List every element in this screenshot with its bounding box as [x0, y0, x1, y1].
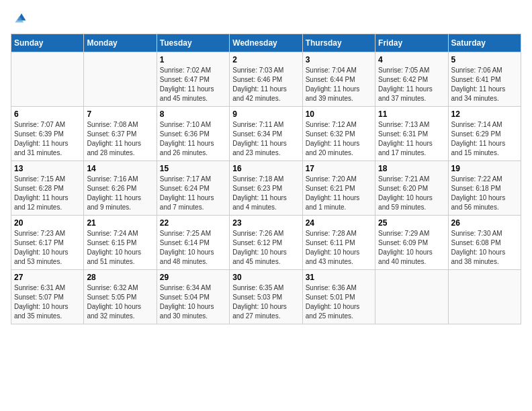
- day-number: 9: [232, 109, 299, 119]
- day-info: Sunrise: 7:18 AMSunset: 6:23 PMDaylight:…: [232, 175, 299, 212]
- day-info: Sunrise: 7:05 AMSunset: 6:42 PMDaylight:…: [378, 66, 445, 103]
- day-info: Sunrise: 7:17 AMSunset: 6:24 PMDaylight:…: [160, 175, 226, 212]
- day-number: 28: [87, 273, 153, 282]
- day-info: Sunrise: 7:24 AMSunset: 6:15 PMDaylight:…: [87, 229, 153, 267]
- day-info: Sunrise: 7:07 AMSunset: 6:39 PMDaylight:…: [14, 120, 81, 158]
- day-info: Sunrise: 7:03 AMSunset: 6:46 PMDaylight:…: [232, 66, 299, 103]
- day-info: Sunrise: 7:30 AMSunset: 6:08 PMDaylight:…: [451, 229, 518, 267]
- day-info: Sunrise: 7:26 AMSunset: 6:12 PMDaylight:…: [232, 229, 299, 267]
- day-info: Sunrise: 7:29 AMSunset: 6:09 PMDaylight:…: [378, 229, 445, 267]
- calendar-cell: 27Sunrise: 6:31 AMSunset: 5:07 PMDayligh…: [11, 270, 84, 324]
- weekday-header-tuesday: Tuesday: [157, 34, 229, 52]
- day-number: 2: [232, 55, 299, 64]
- calendar-cell: [84, 52, 157, 107]
- weekday-header-thursday: Thursday: [302, 34, 375, 52]
- calendar-cell: 16Sunrise: 7:18 AMSunset: 6:23 PMDayligh…: [230, 161, 302, 216]
- logo: [11, 11, 30, 27]
- weekday-header-saturday: Saturday: [448, 34, 521, 52]
- calendar-cell: 19Sunrise: 7:22 AMSunset: 6:18 PMDayligh…: [448, 161, 521, 216]
- weekday-header-sunday: Sunday: [11, 34, 84, 52]
- calendar-cell: 7Sunrise: 7:08 AMSunset: 6:37 PMDaylight…: [84, 107, 157, 161]
- day-info: Sunrise: 7:15 AMSunset: 6:28 PMDaylight:…: [14, 175, 81, 212]
- day-info: Sunrise: 7:20 AMSunset: 6:21 PMDaylight:…: [306, 175, 372, 212]
- calendar-cell: 1Sunrise: 7:02 AMSunset: 6:47 PMDaylight…: [157, 52, 229, 107]
- day-number: 25: [378, 218, 445, 228]
- calendar-cell: 2Sunrise: 7:03 AMSunset: 6:46 PMDaylight…: [230, 52, 302, 107]
- day-number: 1: [160, 55, 226, 64]
- day-number: 22: [160, 218, 226, 228]
- day-number: 29: [160, 273, 226, 282]
- day-number: 16: [232, 164, 299, 173]
- calendar-cell: 11Sunrise: 7:13 AMSunset: 6:31 PMDayligh…: [375, 107, 448, 161]
- day-info: Sunrise: 7:10 AMSunset: 6:36 PMDaylight:…: [160, 120, 226, 158]
- day-number: 30: [232, 273, 299, 282]
- calendar-cell: 31Sunrise: 6:36 AMSunset: 5:01 PMDayligh…: [302, 270, 375, 324]
- calendar-cell: 6Sunrise: 7:07 AMSunset: 6:39 PMDaylight…: [11, 107, 84, 161]
- weekday-header-friday: Friday: [375, 34, 448, 52]
- day-number: 17: [306, 164, 372, 173]
- calendar-cell: 9Sunrise: 7:11 AMSunset: 6:34 PMDaylight…: [230, 107, 302, 161]
- calendar-cell: 18Sunrise: 7:21 AMSunset: 6:20 PMDayligh…: [375, 161, 448, 216]
- weekday-header-monday: Monday: [84, 34, 157, 52]
- day-number: 21: [87, 218, 153, 228]
- calendar-table: SundayMondayTuesdayWednesdayThursdayFrid…: [11, 34, 521, 324]
- day-info: Sunrise: 7:23 AMSunset: 6:17 PMDaylight:…: [14, 229, 81, 267]
- day-number: 11: [378, 109, 445, 119]
- day-info: Sunrise: 7:28 AMSunset: 6:11 PMDaylight:…: [306, 229, 372, 267]
- calendar-cell: 23Sunrise: 7:26 AMSunset: 6:12 PMDayligh…: [230, 216, 302, 270]
- day-info: Sunrise: 7:02 AMSunset: 6:47 PMDaylight:…: [160, 66, 226, 103]
- day-number: 7: [87, 109, 153, 119]
- day-number: 13: [14, 164, 81, 173]
- day-info: Sunrise: 7:22 AMSunset: 6:18 PMDaylight:…: [451, 175, 518, 212]
- calendar-cell: 26Sunrise: 7:30 AMSunset: 6:08 PMDayligh…: [448, 216, 521, 270]
- calendar-cell: [11, 52, 84, 107]
- day-number: 27: [14, 273, 81, 282]
- day-number: 23: [232, 218, 299, 228]
- day-number: 26: [451, 218, 518, 228]
- calendar-cell: 12Sunrise: 7:14 AMSunset: 6:29 PMDayligh…: [448, 107, 521, 161]
- calendar-cell: 5Sunrise: 7:06 AMSunset: 6:41 PMDaylight…: [448, 52, 521, 107]
- day-info: Sunrise: 7:13 AMSunset: 6:31 PMDaylight:…: [378, 120, 445, 158]
- logo-icon: [11, 11, 27, 27]
- day-info: Sunrise: 7:11 AMSunset: 6:34 PMDaylight:…: [232, 120, 299, 158]
- day-number: 3: [306, 55, 372, 64]
- calendar-cell: 14Sunrise: 7:16 AMSunset: 6:26 PMDayligh…: [84, 161, 157, 216]
- day-number: 8: [160, 109, 226, 119]
- day-info: Sunrise: 6:34 AMSunset: 5:04 PMDaylight:…: [160, 283, 226, 321]
- calendar-cell: 8Sunrise: 7:10 AMSunset: 6:36 PMDaylight…: [157, 107, 229, 161]
- calendar-cell: 30Sunrise: 6:35 AMSunset: 5:03 PMDayligh…: [230, 270, 302, 324]
- calendar-cell: 25Sunrise: 7:29 AMSunset: 6:09 PMDayligh…: [375, 216, 448, 270]
- day-number: 19: [451, 164, 518, 173]
- calendar-cell: 29Sunrise: 6:34 AMSunset: 5:04 PMDayligh…: [157, 270, 229, 324]
- day-number: 12: [451, 109, 518, 119]
- calendar-cell: 3Sunrise: 7:04 AMSunset: 6:44 PMDaylight…: [302, 52, 375, 107]
- calendar-cell: 15Sunrise: 7:17 AMSunset: 6:24 PMDayligh…: [157, 161, 229, 216]
- day-info: Sunrise: 7:08 AMSunset: 6:37 PMDaylight:…: [87, 120, 153, 158]
- day-number: 18: [378, 164, 445, 173]
- day-number: 31: [306, 273, 372, 282]
- day-info: Sunrise: 7:04 AMSunset: 6:44 PMDaylight:…: [306, 66, 372, 103]
- calendar-cell: [448, 270, 521, 324]
- calendar-cell: 20Sunrise: 7:23 AMSunset: 6:17 PMDayligh…: [11, 216, 84, 270]
- day-number: 6: [14, 109, 81, 119]
- header: [11, 11, 521, 27]
- day-number: 10: [306, 109, 372, 119]
- day-number: 14: [87, 164, 153, 173]
- day-info: Sunrise: 7:06 AMSunset: 6:41 PMDaylight:…: [451, 66, 518, 103]
- calendar-cell: 21Sunrise: 7:24 AMSunset: 6:15 PMDayligh…: [84, 216, 157, 270]
- calendar-cell: 28Sunrise: 6:32 AMSunset: 5:05 PMDayligh…: [84, 270, 157, 324]
- day-number: 20: [14, 218, 81, 228]
- calendar-cell: 10Sunrise: 7:12 AMSunset: 6:32 PMDayligh…: [302, 107, 375, 161]
- calendar-cell: 22Sunrise: 7:25 AMSunset: 6:14 PMDayligh…: [157, 216, 229, 270]
- day-info: Sunrise: 6:35 AMSunset: 5:03 PMDaylight:…: [232, 283, 299, 321]
- day-number: 4: [378, 55, 445, 64]
- day-info: Sunrise: 7:12 AMSunset: 6:32 PMDaylight:…: [306, 120, 372, 158]
- day-info: Sunrise: 6:36 AMSunset: 5:01 PMDaylight:…: [306, 283, 372, 321]
- day-info: Sunrise: 7:25 AMSunset: 6:14 PMDaylight:…: [160, 229, 226, 267]
- day-info: Sunrise: 7:16 AMSunset: 6:26 PMDaylight:…: [87, 175, 153, 212]
- weekday-header-wednesday: Wednesday: [230, 34, 302, 52]
- calendar-cell: 13Sunrise: 7:15 AMSunset: 6:28 PMDayligh…: [11, 161, 84, 216]
- day-info: Sunrise: 7:21 AMSunset: 6:20 PMDaylight:…: [378, 175, 445, 212]
- calendar-cell: [375, 270, 448, 324]
- calendar-cell: 24Sunrise: 7:28 AMSunset: 6:11 PMDayligh…: [302, 216, 375, 270]
